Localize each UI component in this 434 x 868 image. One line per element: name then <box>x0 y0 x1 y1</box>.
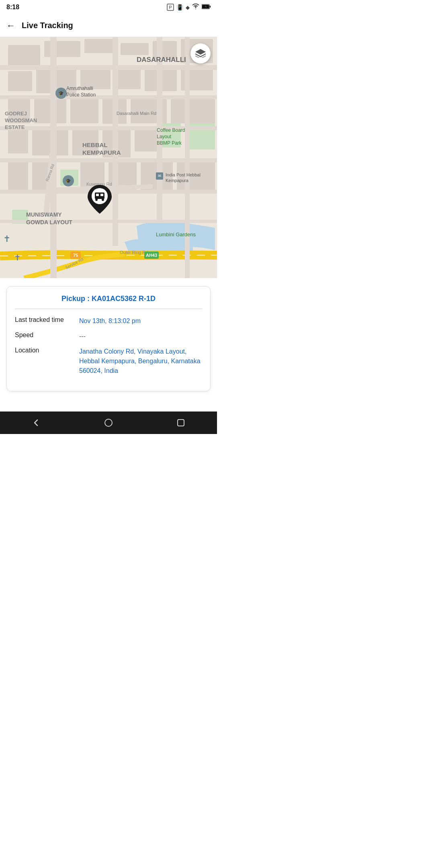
info-value-time: Nov 13th, 8:13:02 pm <box>79 316 202 326</box>
info-label-speed: Speed <box>15 332 79 339</box>
svg-text:KEMPAPURA: KEMPAPURA <box>82 149 121 156</box>
svg-point-86 <box>95 199 98 201</box>
svg-text:Amruthahalli: Amruthahalli <box>66 86 93 91</box>
parking-icon: P <box>167 4 174 11</box>
svg-text:GOWDA LAYOUT: GOWDA LAYOUT <box>26 219 72 225</box>
svg-text:BBMP Park: BBMP Park <box>157 140 182 146</box>
svg-rect-85 <box>100 194 103 196</box>
status-time: 8:18 <box>6 4 19 11</box>
layer-button[interactable] <box>190 43 211 63</box>
svg-text:75: 75 <box>73 253 78 258</box>
svg-rect-42 <box>185 37 190 278</box>
back-button[interactable]: ← <box>6 20 15 31</box>
svg-rect-5 <box>8 45 40 67</box>
wifi-icon <box>192 4 199 11</box>
nav-back-button[interactable] <box>26 413 46 433</box>
ai-icon: ◆ <box>186 4 190 10</box>
nav-home-button[interactable] <box>98 413 119 433</box>
svg-text:✝: ✝ <box>14 253 21 262</box>
info-row-speed: Speed --- <box>15 332 202 341</box>
svg-rect-14 <box>115 69 141 89</box>
svg-text:HEBBAL: HEBBAL <box>82 141 108 148</box>
nav-recent-button[interactable] <box>171 413 191 433</box>
svg-text:🎓: 🎓 <box>58 90 64 96</box>
svg-rect-27 <box>171 97 215 123</box>
svg-text:Dasarahalli Main Rd: Dasarahalli Main Rd <box>117 111 156 116</box>
svg-rect-6 <box>44 41 80 57</box>
svg-text:MUNISWAMY: MUNISWAMY <box>26 211 62 218</box>
svg-text:GODREJ: GODREJ <box>5 111 27 117</box>
info-label-time: Last tracked time <box>15 316 79 323</box>
svg-text:Coffee Board: Coffee Board <box>157 127 185 133</box>
svg-rect-1 <box>202 5 209 8</box>
svg-rect-84 <box>96 194 99 196</box>
info-label-location: Location <box>15 347 79 354</box>
svg-text:🎓: 🎓 <box>66 178 71 184</box>
svg-rect-43 <box>0 65 217 70</box>
svg-point-87 <box>102 199 104 201</box>
status-bar: 8:18 P 📳 ◆ <box>0 0 217 14</box>
svg-text:✉: ✉ <box>158 174 161 178</box>
status-icons: P 📳 ◆ <box>167 4 211 11</box>
svg-text:Outer Ring Rd: Outer Ring Rd <box>120 250 148 255</box>
svg-point-88 <box>105 419 112 426</box>
bottom-nav <box>0 411 217 434</box>
svg-text:Kempapura: Kempapura <box>166 178 189 183</box>
svg-rect-32 <box>135 127 157 151</box>
svg-rect-46 <box>0 158 217 162</box>
info-value-speed: --- <box>79 332 202 341</box>
svg-rect-44 <box>0 95 217 99</box>
svg-rect-2 <box>210 6 211 8</box>
info-row-location: Location Janatha Colony Rd, Vinayaka Lay… <box>15 347 202 376</box>
page-title: Live Tracking <box>22 21 73 30</box>
info-value-location: Janatha Colony Rd, Vinayaka Layout, Hebb… <box>79 347 202 376</box>
svg-rect-7 <box>84 39 117 53</box>
info-row-time: Last tracked time Nov 13th, 8:13:02 pm <box>15 316 202 326</box>
svg-text:Police Station: Police Station <box>66 92 96 98</box>
svg-text:Lumbini Gardens: Lumbini Gardens <box>156 231 196 237</box>
battery-icon <box>202 4 211 11</box>
svg-text:AH43: AH43 <box>146 253 157 258</box>
svg-rect-28 <box>8 129 28 154</box>
svg-rect-33 <box>8 162 28 190</box>
svg-text:ESTATE: ESTATE <box>5 124 25 130</box>
svg-text:✝: ✝ <box>3 234 10 244</box>
header: ← Live Tracking <box>0 14 217 37</box>
map-container[interactable]: DASARAHALLI Amruthahalli Police Station … <box>0 37 217 278</box>
svg-text:DASARAHALLI: DASARAHALLI <box>137 56 186 63</box>
info-card-title: Pickup : KA01AC5362 R-1D <box>15 295 202 309</box>
vibrate-icon: 📳 <box>176 4 183 10</box>
info-card: Pickup : KA01AC5362 R-1D Last tracked ti… <box>6 286 211 391</box>
svg-text:WOODSMAN: WOODSMAN <box>5 117 37 123</box>
svg-text:Layout: Layout <box>157 134 172 139</box>
svg-rect-11 <box>8 71 32 91</box>
svg-text:India Post Hebbal: India Post Hebbal <box>166 172 201 177</box>
svg-rect-8 <box>121 43 149 55</box>
svg-rect-24 <box>70 97 98 123</box>
svg-rect-89 <box>178 420 184 426</box>
